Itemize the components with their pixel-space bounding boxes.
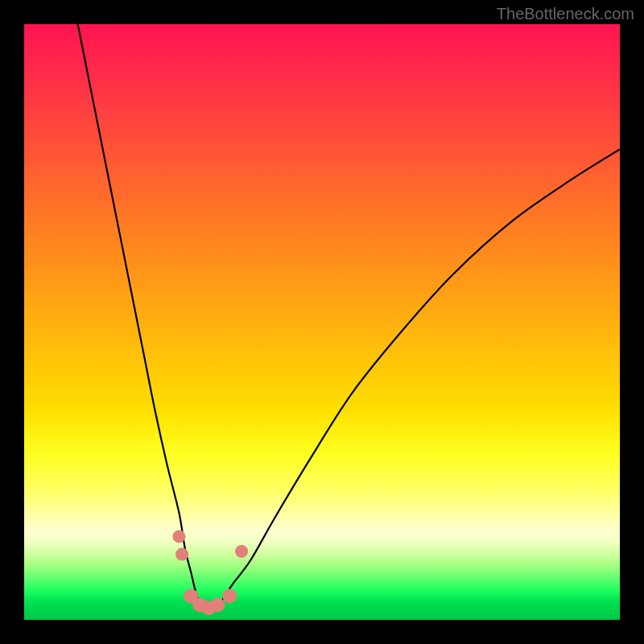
curve-marker	[172, 530, 185, 543]
chart-svg	[24, 24, 620, 620]
curve-marker	[235, 545, 248, 558]
curve-marker	[222, 588, 237, 603]
curve-marker	[211, 598, 225, 613]
watermark-text: TheBottleneck.com	[497, 5, 634, 23]
curve-marker	[175, 548, 188, 561]
bottleneck-curve	[78, 24, 620, 609]
plot-area	[24, 24, 620, 620]
